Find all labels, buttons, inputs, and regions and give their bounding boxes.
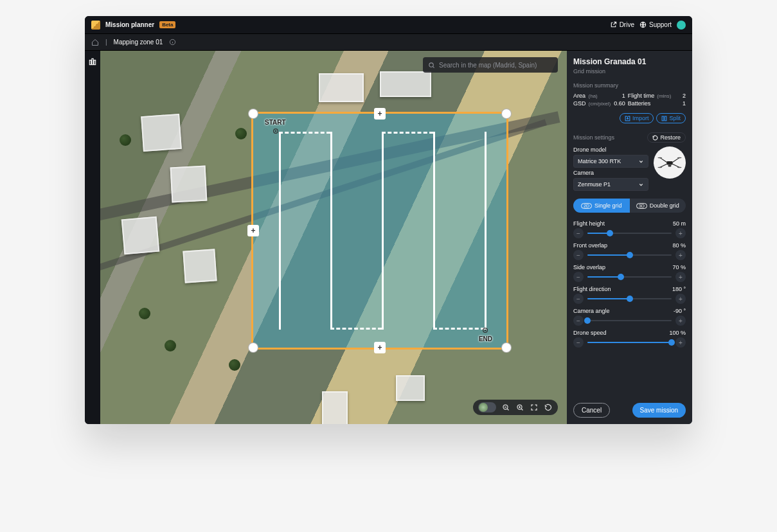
user-avatar[interactable] (677, 21, 686, 30)
flight-direction-slider: Flight direction180 °−+ (573, 286, 686, 304)
gsd-value: 0.60 (613, 100, 625, 107)
recenter-icon[interactable] (544, 403, 553, 412)
svg-rect-9 (663, 116, 665, 121)
map-search[interactable]: Search in the map (Madrid, Spain) (423, 57, 558, 73)
breadcrumb-bar: | Mapping zone 01 (85, 34, 692, 51)
vertex-handle[interactable] (248, 109, 258, 119)
support-link[interactable]: Support (639, 21, 672, 28)
camera-select[interactable]: Zenmuse P1 (573, 178, 648, 191)
drive-label: Drive (620, 21, 634, 28)
increment-button[interactable]: + (675, 250, 686, 260)
svg-rect-10 (665, 116, 667, 121)
vertex-handle[interactable] (501, 109, 512, 119)
slider-value: 80 % (672, 242, 686, 249)
flight-height-slider: Flight height50 m−+ (573, 220, 686, 238)
mission-panel: Mission Granada 01 Grid mission Mission … (567, 51, 692, 424)
increment-button[interactable]: + (675, 337, 686, 348)
camera-label: Camera (573, 170, 648, 176)
chevron-down-icon (638, 159, 644, 164)
layers-icon[interactable] (88, 57, 97, 66)
mission-polygon[interactable]: START END + + + (251, 112, 508, 350)
flight-time-label: Flight time (628, 93, 655, 99)
svg-point-15 (657, 157, 662, 159)
drive-link[interactable]: Drive (610, 21, 634, 28)
double-grid-option[interactable]: 3D Double grid (630, 199, 686, 213)
import-icon (625, 116, 630, 121)
basemap-toggle[interactable] (478, 402, 496, 412)
slider-track[interactable] (587, 233, 672, 234)
increment-button[interactable]: + (675, 315, 686, 326)
slider-label: Front overlap (573, 242, 607, 249)
vertex-handle[interactable] (248, 342, 258, 353)
start-label: START (265, 119, 286, 126)
summary-grid: Area (ha) 1 Flight time (mins) 2 GSD (cm… (573, 93, 686, 107)
search-icon (428, 62, 435, 69)
search-placeholder: Search in the map (Madrid, Spain) (439, 62, 537, 69)
increment-button[interactable]: + (675, 294, 686, 304)
map-canvas[interactable]: Search in the map (Madrid, Spain) START … (100, 51, 567, 424)
breadcrumb-sep: | (105, 39, 107, 46)
svg-point-18 (677, 167, 682, 168)
breadcrumb-text[interactable]: Mapping zone 01 (114, 39, 163, 46)
gsd-label: GSD (573, 100, 586, 107)
batteries-value: 1 (674, 100, 686, 107)
slider-track[interactable] (587, 298, 672, 299)
cancel-button[interactable]: Cancel (573, 403, 610, 418)
add-vertex-button[interactable]: + (247, 225, 259, 236)
slider-track[interactable] (587, 276, 672, 278)
decrement-button[interactable]: − (573, 294, 584, 304)
svg-line-14 (672, 164, 679, 168)
drone-icon (657, 153, 682, 172)
mission-subtitle: Grid mission (573, 68, 686, 75)
slider-track[interactable] (587, 254, 672, 256)
slider-label: Drone speed (573, 330, 607, 336)
decrement-button[interactable]: − (573, 337, 584, 348)
vertex-handle[interactable] (501, 342, 512, 353)
slider-value: -90 ° (674, 308, 686, 314)
add-vertex-button[interactable]: + (374, 108, 386, 120)
support-label: Support (649, 21, 672, 28)
increment-button[interactable]: + (675, 228, 686, 238)
drone-model-select[interactable]: Matrice 300 RTK (573, 155, 648, 168)
end-marker-icon (482, 327, 488, 333)
decrement-button[interactable]: − (573, 315, 584, 326)
slider-value: 70 % (672, 264, 686, 270)
slider-label: Side overlap (573, 264, 605, 270)
add-vertex-button[interactable]: + (374, 342, 386, 353)
left-rail (85, 51, 100, 424)
area-label: Area (573, 93, 586, 99)
svg-rect-19 (666, 161, 672, 164)
save-mission-button[interactable]: Save mission (632, 403, 686, 418)
zoom-in-icon[interactable] (515, 403, 524, 412)
import-button[interactable]: Import (620, 113, 654, 123)
restore-button[interactable]: Restore (647, 132, 686, 143)
flight-time-value: 2 (674, 93, 686, 99)
decrement-button[interactable]: − (573, 228, 584, 238)
split-button[interactable]: Split (656, 113, 686, 123)
decrement-button[interactable]: − (573, 272, 584, 282)
mission-title: Mission Granada 01 (573, 57, 686, 66)
svg-line-11 (660, 157, 667, 163)
grid-type-toggle: 2D Single grid 3D Double grid (573, 199, 686, 213)
fit-icon[interactable] (530, 403, 539, 412)
home-icon[interactable] (91, 39, 99, 46)
restore-icon (652, 135, 658, 141)
info-icon[interactable] (169, 39, 176, 46)
end-label: END (479, 335, 492, 342)
drone-model-label: Drone model (573, 146, 648, 153)
zoom-out-icon[interactable] (501, 403, 510, 412)
chevron-down-icon (638, 182, 644, 188)
front-overlap-slider: Front overlap80 %−+ (573, 242, 686, 260)
single-grid-option[interactable]: 2D Single grid (573, 199, 630, 213)
app-title: Mission planner (105, 21, 154, 28)
summary-heading: Mission summary (573, 82, 686, 89)
increment-button[interactable]: + (675, 272, 686, 282)
top-bar: Mission planner Beta Drive Support (85, 16, 692, 34)
slider-value: 50 m (673, 220, 686, 227)
decrement-button[interactable]: − (573, 250, 584, 260)
slider-track[interactable] (587, 342, 672, 343)
slider-track[interactable] (587, 320, 672, 321)
split-icon (661, 116, 667, 121)
drone-thumbnail (654, 146, 686, 179)
map-controls (473, 400, 558, 415)
